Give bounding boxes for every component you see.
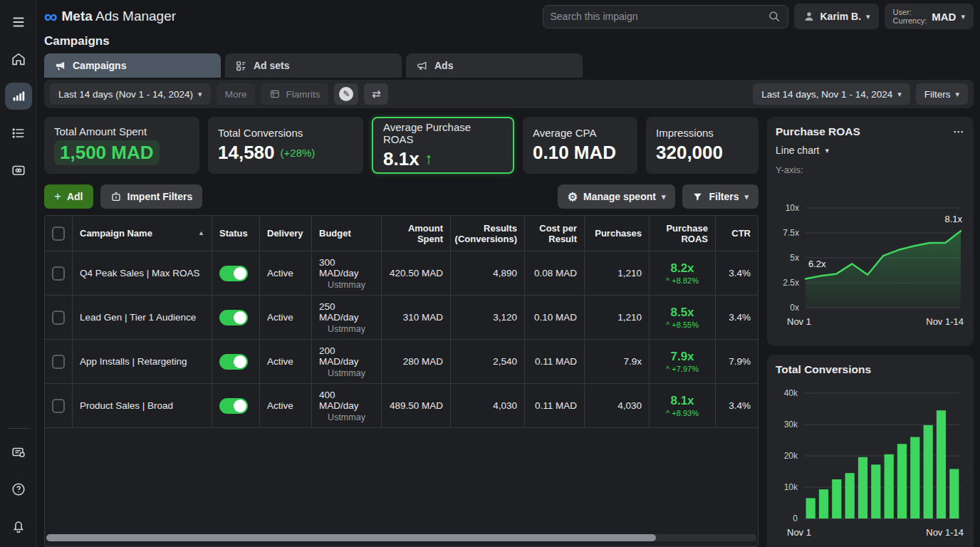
col-campaign-name[interactable]: Campaign Name▲ bbox=[73, 216, 212, 251]
list-icon[interactable] bbox=[5, 120, 32, 147]
svg-text:Nov 1: Nov 1 bbox=[787, 316, 811, 327]
amount-spent-cell: 489.50 MAD bbox=[382, 384, 451, 427]
gear-icon: ⚙ bbox=[568, 190, 578, 204]
person-icon bbox=[803, 10, 815, 23]
chart-type-label: Line chart bbox=[776, 145, 819, 156]
ctr-cell: 3.4% bbox=[716, 384, 758, 427]
home-icon[interactable] bbox=[5, 46, 32, 73]
svg-text:Nov 1-14: Nov 1-14 bbox=[926, 316, 964, 327]
chevron-down-icon: ▾ bbox=[955, 90, 959, 99]
filters-dropdown[interactable]: Filters ▾ bbox=[916, 83, 968, 105]
tab-label: Ads bbox=[434, 60, 453, 71]
col-delivery[interactable]: Delivery bbox=[260, 216, 312, 251]
row-checkbox[interactable] bbox=[52, 311, 65, 325]
more-button[interactable]: More bbox=[217, 83, 256, 105]
select-all-checkbox[interactable] bbox=[52, 226, 65, 241]
ellipsis-menu-icon[interactable]: ⋯ bbox=[953, 125, 965, 138]
billing-icon[interactable] bbox=[5, 157, 32, 184]
grid-icon bbox=[235, 60, 247, 72]
kpi-value: 14,580 bbox=[218, 142, 275, 164]
results-cell: 3,120 bbox=[451, 296, 525, 339]
currency-value: MAD bbox=[932, 11, 956, 23]
date-range-label: Last 14 days (Nov 1 - 14, 2024) bbox=[58, 89, 193, 100]
filters-button[interactable]: Filters ▾ bbox=[682, 184, 759, 209]
svg-text:Nov 1-14: Nov 1-14 bbox=[926, 527, 964, 538]
user-menu[interactable]: Karim B. ▾ bbox=[794, 4, 879, 29]
kpi-average-purchase-roas[interactable]: Average Purchase ROAS 8.1x ↑ bbox=[372, 117, 514, 174]
table-header: Campaign Name▲ Status Delivery Budget Am… bbox=[45, 216, 758, 251]
col-budget[interactable]: Budget bbox=[312, 216, 382, 251]
search-input[interactable] bbox=[551, 11, 762, 22]
import-filters-button[interactable]: Impent Filters bbox=[100, 184, 203, 209]
user-label: User: bbox=[893, 8, 927, 16]
col-ctr[interactable]: CTR bbox=[716, 216, 758, 251]
import-icon bbox=[110, 191, 122, 202]
status-toggle[interactable] bbox=[219, 310, 248, 325]
chevron-down-icon: ▾ bbox=[825, 146, 829, 155]
horizontal-scrollbar bbox=[45, 532, 758, 543]
chevron-down-icon: ▾ bbox=[198, 90, 202, 99]
chart-type-dropdown[interactable]: Line chart ▾ bbox=[776, 145, 965, 156]
campaign-name[interactable]: Lead Gen | Tier 1 Audience bbox=[73, 296, 212, 339]
tab-ad-sets[interactable]: Ad sets bbox=[225, 53, 402, 78]
edit-pin-button[interactable]: ✎ bbox=[334, 83, 358, 105]
cost-per-result-cell: 0.11 MAD bbox=[525, 340, 585, 383]
campaign-name[interactable]: Q4 Peak Sales | Max ROAS bbox=[73, 251, 212, 295]
svg-text:30k: 30k bbox=[784, 420, 798, 429]
add-button[interactable]: + Adl bbox=[44, 184, 93, 209]
kpi-value: 1,500 MAD bbox=[54, 140, 160, 165]
row-checkbox[interactable] bbox=[52, 399, 65, 413]
manage-spend-button[interactable]: ⚙ Manage speont ▾ bbox=[558, 184, 676, 209]
status-toggle[interactable] bbox=[219, 398, 248, 414]
purchase-roas-panel: Purchase ROAS ⋯ Line chart ▾ Y-axis: 10x… bbox=[767, 117, 974, 346]
amount-spent-cell: 420.50 MAD bbox=[382, 251, 451, 295]
table-row: Q4 Peak Sales | Max ROAS Active 300 MAD/… bbox=[45, 251, 758, 296]
tab-ads[interactable]: Ads bbox=[406, 53, 583, 78]
date-range-dropdown[interactable]: Last 14 days (Nov 1 - 14, 2024) ▾ bbox=[50, 83, 211, 105]
campaign-name[interactable]: App Installs | Retargeting bbox=[73, 340, 212, 383]
search-box[interactable] bbox=[543, 5, 788, 28]
y-axis-label: Y-axis: bbox=[776, 165, 965, 175]
currency-menu[interactable]: User: Currency: MAD ▾ bbox=[885, 4, 974, 29]
col-status[interactable]: Status bbox=[212, 216, 260, 251]
date-range-right-dropdown[interactable]: Last 14 days, Nov 1 - 14, 2024 ▾ bbox=[753, 83, 909, 105]
flamrits-button[interactable]: Flamrits bbox=[261, 83, 328, 105]
col-cost-per-result[interactable]: Cost per Result bbox=[525, 216, 585, 251]
filters-label: Filters bbox=[924, 89, 951, 100]
panel-title: Total Conversions bbox=[776, 363, 871, 376]
columns-button[interactable]: ⇄ bbox=[364, 83, 388, 105]
megaphone-outline-icon bbox=[416, 60, 428, 72]
delivery-cell: Active bbox=[260, 384, 312, 427]
col-purchases[interactable]: Purchases bbox=[585, 216, 650, 251]
scrollbar-thumb[interactable] bbox=[46, 534, 656, 541]
svg-text:10x: 10x bbox=[786, 203, 799, 213]
bell-icon[interactable] bbox=[5, 513, 32, 540]
col-results[interactable]: Results (Conversions) bbox=[451, 216, 525, 251]
kpi-delta: (+28%) bbox=[281, 147, 316, 159]
insights-icon[interactable] bbox=[5, 83, 32, 110]
ctr-cell: 7.9% bbox=[716, 340, 758, 383]
ctr-cell: 3.4% bbox=[716, 251, 758, 295]
help-icon[interactable] bbox=[5, 476, 32, 503]
kpi-value: 8.1x bbox=[383, 148, 419, 170]
total-conversions-panel: Total Conversions 40k30k20k10k0Nov 1Nov … bbox=[767, 355, 974, 547]
purchases-cell: 1,210 bbox=[585, 251, 650, 295]
status-toggle[interactable] bbox=[219, 266, 248, 281]
menu-icon[interactable] bbox=[5, 9, 32, 36]
col-purchase-roas[interactable]: Purchase ROAS bbox=[650, 216, 716, 251]
col-amount-spent[interactable]: Amount Spent bbox=[382, 216, 451, 251]
search-icon bbox=[768, 10, 781, 23]
charts-column: Purchase ROAS ⋯ Line chart ▾ Y-axis: 10x… bbox=[767, 117, 974, 547]
campaign-name[interactable]: Product Sales | Broad bbox=[73, 384, 212, 427]
row-checkbox[interactable] bbox=[52, 355, 65, 369]
row-checkbox[interactable] bbox=[52, 266, 65, 281]
tab-label: Ad sets bbox=[254, 60, 290, 71]
tab-campaigns[interactable]: Campaigns bbox=[44, 53, 221, 78]
status-toggle[interactable] bbox=[219, 354, 248, 370]
columns-swap-icon: ⇄ bbox=[372, 88, 381, 100]
pages-icon[interactable] bbox=[5, 439, 32, 466]
brand: ∞ Meta Ads Manager bbox=[44, 9, 176, 24]
date-range-right-label: Last 14 days, Nov 1 - 14, 2024 bbox=[761, 89, 892, 100]
svg-text:10k: 10k bbox=[784, 482, 798, 492]
kpi-average-cpa: Average CPA 0.10 MAD bbox=[523, 117, 637, 174]
